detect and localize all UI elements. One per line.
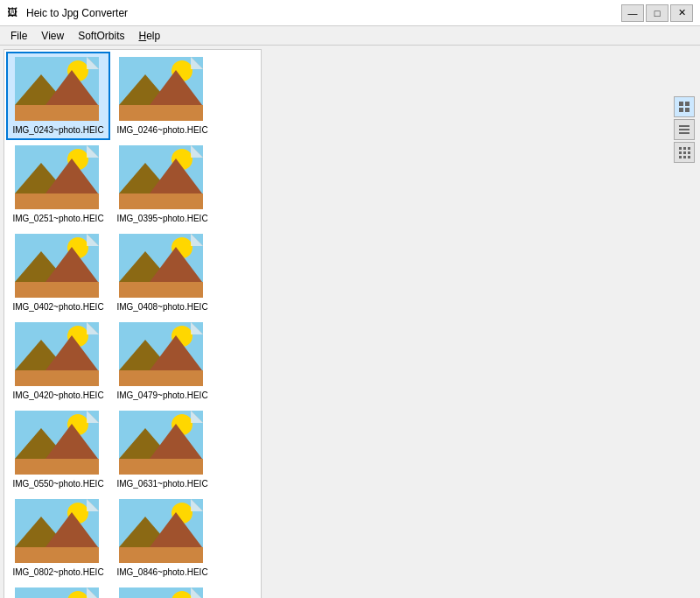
- menu-file[interactable]: File: [4, 28, 34, 43]
- svg-rect-47: [15, 282, 99, 298]
- file-name: IMG_0631~photo.HEIC: [116, 479, 207, 489]
- file-item[interactable]: IMG_0479~photo.HEIC: [112, 319, 213, 404]
- svg-rect-192: [688, 151, 690, 154]
- list-view-button[interactable]: [674, 119, 695, 140]
- svg-rect-117: [119, 547, 203, 563]
- svg-rect-190: [679, 151, 682, 154]
- menu-help[interactable]: Help: [132, 28, 168, 43]
- svg-rect-97: [119, 459, 203, 475]
- file-name: IMG_0550~photo.HEIC: [12, 479, 103, 489]
- app-title: Heic to Jpg Converter: [26, 7, 621, 19]
- svg-rect-188: [683, 147, 686, 150]
- minimize-button[interactable]: —: [621, 4, 644, 22]
- svg-rect-193: [679, 156, 682, 158]
- titlebar: 🖼 Heic to Jpg Converter — □ ✕: [0, 0, 700, 26]
- file-thumbnail: [15, 587, 102, 598]
- file-name: IMG_0402~photo.HEIC: [12, 302, 103, 312]
- main-container: IMG_0243~photo.HEIC IMG_0246~photo.HEIC: [0, 46, 700, 598]
- file-item[interactable]: IMG_0631~photo.HEIC: [112, 407, 213, 492]
- svg-rect-37: [119, 193, 203, 209]
- file-thumbnail: [15, 411, 102, 476]
- window-controls: — □ ✕: [621, 4, 693, 22]
- menu-softorbits[interactable]: SoftOrbits: [71, 28, 131, 43]
- view-toolbar: [674, 96, 695, 163]
- file-name: IMG_0846~photo.HEIC: [116, 567, 207, 577]
- file-name: IMG_0408~photo.HEIC: [116, 302, 207, 312]
- file-thumbnail: [119, 145, 206, 211]
- app-icon: 🖼: [7, 6, 21, 20]
- file-thumbnail: [119, 234, 206, 299]
- file-thumbnail: [119, 322, 206, 388]
- svg-rect-186: [679, 132, 690, 134]
- menu-view[interactable]: View: [34, 28, 71, 43]
- svg-rect-184: [679, 125, 690, 127]
- file-item[interactable]: IMG_0846~photo.HEIC: [112, 496, 213, 580]
- svg-rect-194: [683, 156, 686, 158]
- file-item[interactable]: IMG_0251~photo.HEIC: [8, 142, 108, 227]
- svg-rect-183: [685, 108, 690, 112]
- close-button[interactable]: ✕: [670, 4, 693, 22]
- file-item[interactable]: IMG_0402~photo.HEIC: [8, 230, 108, 315]
- file-name: IMG_0420~photo.HEIC: [12, 390, 103, 400]
- file-item[interactable]: IMG_0802~photo.HEIC: [8, 496, 108, 580]
- svg-rect-17: [119, 105, 203, 121]
- file-item[interactable]: IMG_0243~photo.HEIC: [8, 53, 108, 138]
- file-thumbnail: [15, 234, 102, 299]
- large-icons-button[interactable]: [674, 96, 695, 117]
- file-thumbnail: [119, 57, 206, 123]
- svg-rect-7: [15, 105, 99, 121]
- file-item[interactable]: IMG_0420~photo.HEIC: [8, 319, 108, 404]
- file-grid[interactable]: IMG_0243~photo.HEIC IMG_0246~photo.HEIC: [4, 49, 262, 598]
- svg-rect-191: [683, 151, 686, 154]
- maximize-button[interactable]: □: [646, 4, 668, 22]
- svg-rect-180: [679, 102, 683, 106]
- svg-rect-77: [119, 370, 203, 386]
- file-name: IMG_0395~photo.HEIC: [116, 214, 207, 223]
- file-name: IMG_0246~photo.HEIC: [116, 125, 207, 135]
- svg-rect-27: [15, 193, 99, 209]
- file-name: IMG_0251~photo.HEIC: [12, 214, 103, 223]
- file-item[interactable]: IMG_0550~photo.HEIC: [8, 407, 108, 492]
- svg-rect-187: [679, 147, 682, 150]
- file-item[interactable]: IMG_0923~photo.HEIC: [112, 584, 213, 598]
- file-item[interactable]: IMG_0246~photo.HEIC: [112, 53, 213, 138]
- svg-rect-182: [679, 108, 683, 112]
- file-thumbnail: [15, 57, 102, 123]
- file-thumbnail: [15, 145, 102, 211]
- file-thumbnail: [119, 587, 206, 598]
- file-item[interactable]: IMG_0395~photo.HEIC: [112, 142, 213, 227]
- file-thumbnail: [15, 322, 102, 388]
- svg-rect-185: [679, 129, 690, 130]
- grid-view-button[interactable]: [674, 142, 695, 163]
- file-item[interactable]: IMG_0901~photo.HEIC: [8, 584, 108, 598]
- file-thumbnail: [15, 499, 102, 565]
- svg-rect-57: [119, 282, 203, 298]
- svg-rect-181: [685, 102, 690, 106]
- svg-rect-107: [15, 547, 99, 563]
- file-name: IMG_0243~photo.HEIC: [12, 125, 103, 135]
- file-name: IMG_0479~photo.HEIC: [116, 390, 207, 400]
- svg-rect-67: [15, 370, 99, 386]
- file-name: IMG_0802~photo.HEIC: [12, 567, 103, 577]
- menubar: File View SoftOrbits Help: [0, 26, 700, 46]
- file-item[interactable]: IMG_0408~photo.HEIC: [112, 230, 213, 315]
- svg-rect-195: [688, 156, 690, 158]
- file-thumbnail: [119, 411, 206, 476]
- svg-rect-87: [15, 459, 99, 475]
- svg-rect-189: [688, 147, 690, 150]
- file-thumbnail: [119, 499, 206, 565]
